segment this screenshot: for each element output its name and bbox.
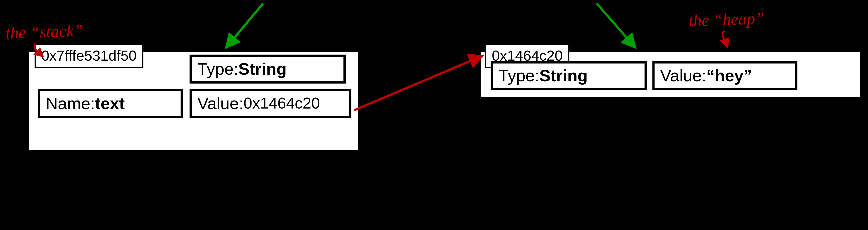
heap-value-cell: Value: “hey”	[652, 61, 798, 90]
stack-value-label: Value:	[197, 94, 244, 113]
heap-value-value: “hey”	[707, 66, 752, 85]
annotation-stack: the “stack”	[5, 21, 84, 42]
heap-type-cell: Type: String	[491, 61, 647, 90]
stack-name-cell: Name: text	[38, 89, 183, 118]
squiggle-heap	[722, 31, 727, 47]
arrow-to-heap	[597, 3, 636, 48]
stack-type-cell: Type: String	[190, 55, 346, 84]
arrow-pointer	[354, 56, 483, 110]
stack-address: 0x7fffe531df50	[35, 44, 144, 68]
stack-name-value: text	[95, 94, 125, 113]
stack-value-cell: Value: 0x1464c20	[190, 89, 351, 118]
stack-value-value: 0x1464c20	[244, 95, 320, 112]
heap-value-label: Value:	[660, 66, 707, 85]
stack-type-label: Type:	[197, 60, 238, 78]
annotation-heap: the “heap”	[688, 9, 765, 30]
stack-type-value: String	[238, 60, 287, 78]
arrow-to-stack	[226, 3, 263, 48]
heap-type-label: Type:	[498, 66, 539, 85]
stack-name-label: Name:	[46, 94, 95, 113]
heap-type-value: String	[539, 66, 588, 85]
